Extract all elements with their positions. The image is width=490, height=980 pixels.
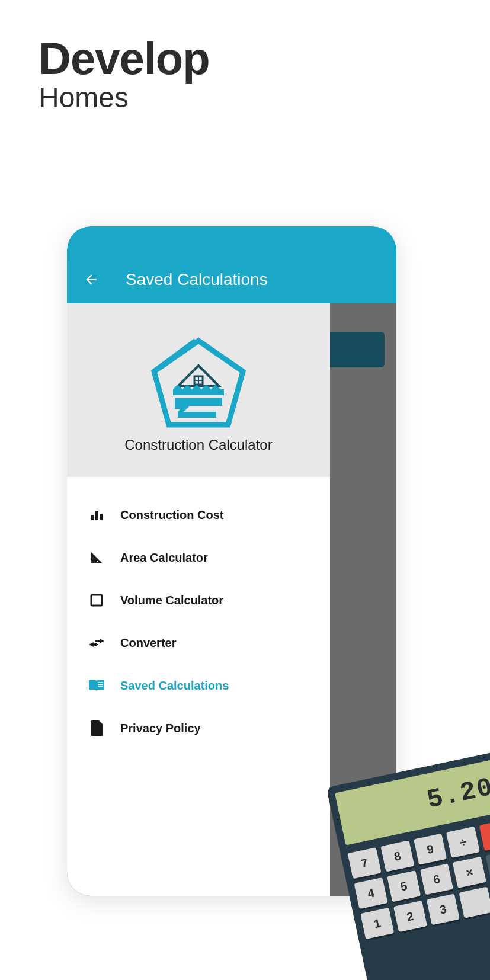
calc-key: 5 (387, 870, 421, 902)
calc-key: 4 (354, 877, 387, 909)
svg-rect-21 (98, 682, 103, 683)
menu-label: Construction Cost (120, 508, 223, 522)
svg-rect-9 (91, 515, 94, 520)
menu-label: Area Calculator (120, 551, 208, 565)
calc-key (459, 886, 490, 918)
menu-item-converter[interactable]: Converter (67, 622, 330, 664)
menu-item-area-calculator[interactable]: Area Calculator (67, 536, 330, 579)
menu-item-saved-calculations[interactable]: Saved Calculations (67, 664, 330, 707)
svg-rect-14 (95, 561, 95, 562)
back-button[interactable] (84, 272, 99, 287)
svg-rect-11 (100, 514, 103, 520)
page-title: Develop (39, 33, 490, 84)
calc-key: ÷ (446, 827, 480, 858)
svg-rect-16 (91, 595, 102, 606)
app-logo (148, 336, 249, 431)
document-icon (88, 720, 105, 736)
calc-key: 6 (420, 863, 454, 895)
app-bar: Saved Calculations (67, 226, 396, 303)
menu-label: Converter (120, 636, 176, 650)
square-outline-icon (88, 592, 105, 609)
page-header: Develop Homes (0, 0, 490, 114)
drawer-menu-list: Construction Cost Area Calculator (67, 477, 330, 766)
calc-key: 7 (348, 847, 382, 879)
house-pentagon-icon (148, 336, 249, 431)
swap-arrows-icon (88, 635, 105, 651)
calc-key: − (486, 850, 490, 881)
arrow-left-icon (84, 272, 99, 287)
svg-rect-12 (92, 559, 94, 559)
menu-label: Saved Calculations (120, 679, 229, 693)
calc-key: × (453, 857, 486, 888)
calc-key: 3 (426, 893, 460, 925)
navigation-drawer: Construction Calculator Construction Cos… (67, 303, 330, 896)
menu-label: Volume Calculator (120, 594, 223, 607)
svg-rect-13 (92, 561, 94, 561)
menu-item-privacy-policy[interactable]: Privacy Policy (67, 707, 330, 750)
svg-rect-20 (95, 640, 101, 642)
drawer-header: Construction Calculator (67, 303, 330, 477)
calc-key: 9 (414, 834, 447, 865)
svg-rect-10 (95, 511, 98, 520)
calc-key: 1 (360, 908, 394, 939)
svg-rect-15 (97, 561, 98, 562)
calc-key: 8 (380, 840, 414, 872)
calc-key: 2 (393, 901, 427, 932)
menu-item-construction-cost[interactable]: Construction Cost (67, 494, 330, 536)
svg-rect-22 (98, 684, 103, 686)
calc-key: + (479, 819, 490, 851)
svg-rect-23 (98, 686, 103, 687)
bar-chart-icon (88, 507, 105, 523)
drawer-app-name: Construction Calculator (124, 437, 272, 453)
svg-marker-4 (153, 338, 197, 369)
menu-label: Privacy Policy (120, 722, 201, 735)
open-book-icon (88, 677, 105, 694)
page-subtitle: Homes (39, 81, 490, 114)
calculator-decoration: 5.20 7 8 9 ÷ + 4 5 6 × − 1 2 3 (326, 751, 490, 980)
menu-item-volume-calculator[interactable]: Volume Calculator (67, 579, 330, 622)
app-bar-title: Saved Calculations (126, 270, 268, 289)
ruler-triangle-icon (88, 549, 105, 566)
svg-rect-18 (92, 644, 98, 645)
